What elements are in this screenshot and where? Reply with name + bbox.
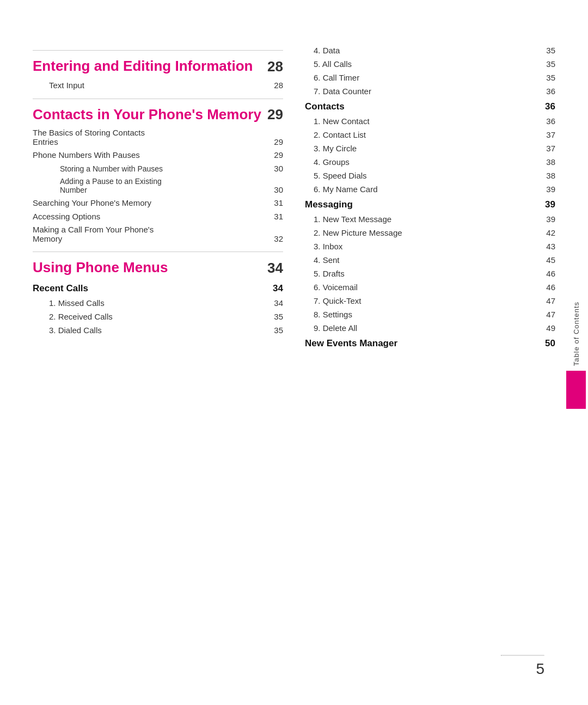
entry-page-phone-numbers-pauses: 29 xyxy=(264,150,283,160)
entry-adding-pause-row: Adding a Pause to an ExistingNumber 30 xyxy=(33,177,283,194)
subsection-page-new-events: 50 xyxy=(536,338,555,349)
entry-page-accessing-options: 31 xyxy=(264,212,283,221)
page-container: Entering and Editing Information 28 Text… xyxy=(0,0,588,705)
entry-data: 4. Data 35 xyxy=(305,44,555,57)
entry-page-data: 35 xyxy=(536,46,555,55)
entry-page-received-calls: 35 xyxy=(264,312,283,321)
entry-label-contact-list: 2. Contact List xyxy=(305,130,366,139)
entry-quick-text: 7. Quick-Text 47 xyxy=(305,294,555,308)
entry-page-my-circle: 37 xyxy=(536,144,555,153)
entry-label-data-counter: 7. Data Counter xyxy=(305,87,371,96)
entry-page-speed-dials: 38 xyxy=(536,171,555,180)
divider-after-entering xyxy=(33,99,283,99)
entry-page-data-counter: 36 xyxy=(536,87,555,96)
entry-page-adding-pause: 30 xyxy=(264,185,283,194)
entry-label-inbox: 3. Inbox xyxy=(305,242,342,251)
entry-accessing-options: Accessing Options 31 xyxy=(33,210,283,223)
entry-page-groups: 38 xyxy=(536,157,555,167)
entry-page-inbox: 43 xyxy=(536,242,555,251)
entry-page-searching-memory: 31 xyxy=(264,198,283,207)
subsection-label-messaging: Messaging xyxy=(305,199,353,210)
entry-received-calls: 2. Received Calls 35 xyxy=(33,310,283,323)
entry-page-quick-text: 47 xyxy=(536,296,555,305)
subsection-label-new-events: New Events Manager xyxy=(305,338,397,349)
section-contacts-memory: Contacts in Your Phone's Memory 29 xyxy=(33,106,283,124)
section-page-entering: 28 xyxy=(261,58,283,75)
entry-dialed-calls: 3. Dialed Calls 35 xyxy=(33,323,283,337)
entry-label-settings: 8. Settings xyxy=(305,310,352,319)
section-page-using-menus: 34 xyxy=(261,260,283,277)
entry-label-dialed-calls: 3. Dialed Calls xyxy=(33,326,102,335)
entry-adding-pause: Adding a Pause to an ExistingNumber 30 xyxy=(33,175,283,196)
entry-new-text-message: 1. New Text Message 39 xyxy=(305,212,555,226)
entry-voicemail: 6. Voicemail 46 xyxy=(305,280,555,294)
entry-label-new-contact: 1. New Contact xyxy=(305,117,370,126)
entry-label-quick-text: 7. Quick-Text xyxy=(305,296,362,305)
entry-page-dialed-calls: 35 xyxy=(264,326,283,335)
entry-sent: 4. Sent 45 xyxy=(305,253,555,267)
subsection-page-recent-calls: 34 xyxy=(264,283,283,294)
entry-contact-list: 2. Contact List 37 xyxy=(305,128,555,142)
entry-page-call-timer: 35 xyxy=(536,73,555,82)
section-entering: Entering and Editing Information 28 xyxy=(33,57,283,75)
entry-inbox: 3. Inbox 43 xyxy=(305,240,555,253)
subsection-label-contacts: Contacts xyxy=(305,101,345,112)
entry-label-call-timer: 6. Call Timer xyxy=(305,73,359,82)
entry-groups: 4. Groups 38 xyxy=(305,155,555,169)
section-heading-entering: Entering and Editing Information xyxy=(33,57,261,75)
section-using-menus: Using Phone Menus 34 xyxy=(33,259,283,277)
entry-label-my-circle: 3. My Circle xyxy=(305,144,357,153)
entry-label-new-picture-message: 2. New Picture Message xyxy=(305,228,402,237)
entry-label-making-call: Making a Call From Your Phone'sMemory xyxy=(33,225,154,243)
entry-label-voicemail: 6. Voicemail xyxy=(305,283,358,292)
entry-label-my-name-card: 6. My Name Card xyxy=(305,185,378,194)
entry-making-call-row: Making a Call From Your Phone'sMemory 32 xyxy=(33,225,283,243)
entry-label-missed-calls: 1. Missed Calls xyxy=(33,298,105,308)
entry-phone-numbers-pauses: Phone Numbers With Pauses 29 xyxy=(33,148,283,162)
entry-basics-row: The Basics of Storing ContactsEntries 29 xyxy=(33,128,283,146)
section-heading-using-menus: Using Phone Menus xyxy=(33,259,261,277)
entry-speed-dials: 5. Speed Dials 38 xyxy=(305,169,555,182)
entry-settings: 8. Settings 47 xyxy=(305,308,555,321)
entry-label-delete-all: 9. Delete All xyxy=(305,323,357,333)
entry-page-drafts: 46 xyxy=(536,269,555,278)
entry-all-calls: 5. All Calls 35 xyxy=(305,57,555,71)
entry-storing-number-pauses: Storing a Number with Pauses 30 xyxy=(33,162,283,175)
entry-label-storing-number-pauses: Storing a Number with Pauses xyxy=(33,164,163,173)
left-column: Entering and Editing Information 28 Text… xyxy=(33,44,283,661)
entry-page-contact-list: 37 xyxy=(536,130,555,139)
entry-page-storing-number-pauses: 30 xyxy=(264,164,283,173)
entry-label-adding-pause: Adding a Pause to an ExistingNumber xyxy=(33,177,162,194)
entry-page-sent: 45 xyxy=(536,255,555,265)
entry-new-picture-message: 2. New Picture Message 42 xyxy=(305,226,555,240)
subsection-label-recent-calls: Recent Calls xyxy=(33,283,88,294)
toc-tab xyxy=(566,371,586,409)
subsection-messaging: Messaging 39 xyxy=(305,196,555,212)
entry-delete-all: 9. Delete All 49 xyxy=(305,321,555,335)
subsection-page-messaging: 39 xyxy=(536,199,555,210)
entry-missed-calls: 1. Missed Calls 34 xyxy=(33,296,283,310)
entry-page-my-name-card: 39 xyxy=(536,185,555,194)
entry-page-making-call: 32 xyxy=(264,234,283,243)
subsection-recent-calls: Recent Calls 34 xyxy=(33,280,283,296)
top-divider-entering xyxy=(33,50,283,51)
entry-making-call: Making a Call From Your Phone'sMemory 32 xyxy=(33,223,283,245)
toc-label: Table of Contents xyxy=(572,296,580,366)
entry-label-received-calls: 2. Received Calls xyxy=(33,312,113,321)
entry-label-speed-dials: 5. Speed Dials xyxy=(305,171,367,180)
entry-label-sent: 4. Sent xyxy=(305,255,340,265)
entry-searching-memory: Searching Your Phone's Memory 31 xyxy=(33,196,283,210)
entry-label-accessing-options: Accessing Options xyxy=(33,212,100,221)
entry-call-timer: 6. Call Timer 35 xyxy=(305,71,555,84)
divider-after-contacts-memory xyxy=(33,252,283,252)
entry-drafts: 5. Drafts 46 xyxy=(305,267,555,280)
entry-page-new-picture-message: 42 xyxy=(536,228,555,237)
entry-label-drafts: 5. Drafts xyxy=(305,269,345,278)
entry-label-all-calls: 5. All Calls xyxy=(305,59,352,69)
toc-sidebar: Table of Contents xyxy=(564,0,588,705)
entry-page-voicemail: 46 xyxy=(536,283,555,292)
entry-my-name-card: 6. My Name Card 39 xyxy=(305,182,555,196)
entry-page-all-calls: 35 xyxy=(536,59,555,69)
bottom-rule xyxy=(501,655,544,656)
entry-page-missed-calls: 34 xyxy=(264,298,283,308)
